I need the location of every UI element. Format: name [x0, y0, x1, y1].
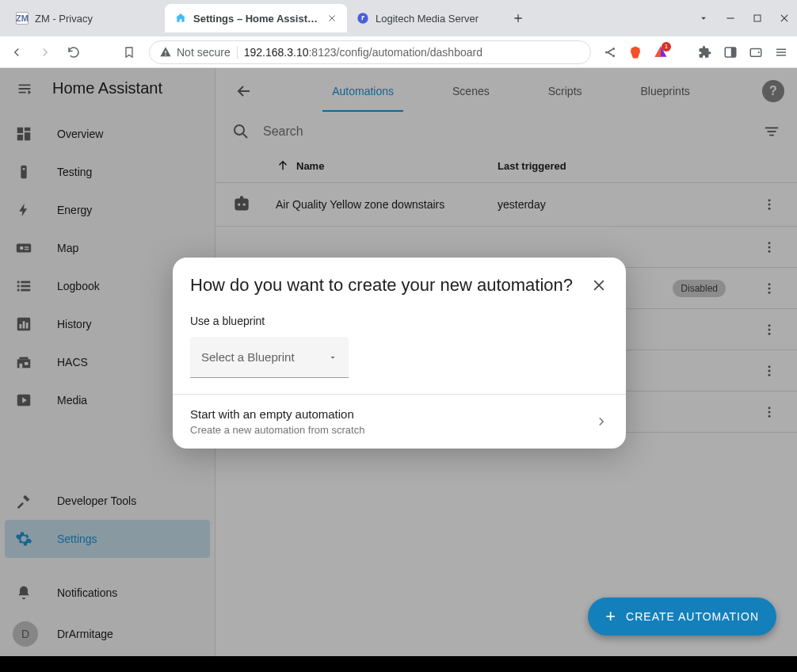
svg-rect-20 [25, 246, 29, 247]
tab-scenes[interactable]: Scenes [443, 71, 499, 112]
robot-icon [231, 194, 276, 215]
table-row[interactable]: Air Quality Yellow zone downstairs yeste… [215, 183, 797, 227]
svg-point-52 [768, 324, 771, 326]
svg-rect-13 [17, 128, 23, 133]
sidebar-item-developer-tools[interactable]: Developer Tools [0, 482, 215, 520]
svg-point-42 [243, 203, 246, 205]
plus-icon: + [605, 606, 616, 627]
svg-rect-33 [20, 357, 29, 360]
svg-point-57 [768, 373, 771, 376]
sidepanel-icon[interactable] [723, 44, 738, 60]
sidebar-user[interactable]: D DrArmitage [0, 612, 215, 656]
brave-rewards-icon[interactable]: 1 [653, 44, 669, 60]
sidebar-header: Home Assistant [0, 68, 215, 109]
window-close-icon[interactable] [778, 12, 791, 25]
help-button[interactable]: ? [762, 80, 784, 102]
svg-rect-25 [21, 285, 30, 288]
chevron-right-icon [594, 414, 608, 429]
sidebar-item-settings[interactable]: Settings [5, 520, 210, 558]
tab-automations[interactable]: Automations [322, 71, 403, 112]
tab-search-icon[interactable] [697, 12, 710, 25]
new-tab-button[interactable] [512, 12, 524, 25]
svg-point-45 [768, 208, 771, 210]
svg-point-5 [612, 55, 615, 57]
extensions-icon[interactable] [697, 44, 713, 60]
row-menu-icon[interactable] [757, 405, 781, 419]
tab-close-icon[interactable] [326, 13, 337, 24]
start-empty-automation[interactable]: Start with an empty automation Create a … [173, 395, 626, 449]
svg-point-54 [768, 332, 771, 334]
row-menu-icon[interactable] [757, 197, 781, 212]
browser-menu-icon[interactable] [773, 44, 789, 60]
svg-rect-31 [26, 323, 29, 328]
sidebar-item-notifications[interactable]: Notifications [0, 574, 215, 612]
sidebar-item-label: Developer Tools [57, 494, 136, 507]
homeassistant-favicon [174, 12, 187, 25]
column-last-header[interactable]: Last triggered [498, 160, 781, 172]
url-input[interactable]: Not secure 192.168.3.10:8123/config/auto… [149, 40, 591, 64]
svg-point-37 [235, 125, 244, 135]
dialog-title: How do you want to create your new autom… [190, 275, 573, 296]
sidebar-item-energy[interactable]: Energy [0, 191, 215, 229]
hacs-icon [14, 353, 33, 372]
nav-reload-icon[interactable] [65, 44, 82, 61]
sidebar-item-label: Logbook [57, 280, 100, 292]
sidebar-item-label: HACS [57, 356, 88, 368]
svg-point-3 [605, 51, 608, 53]
browser-tab-0[interactable]: ZM ZM - Privacy [6, 4, 165, 32]
row-menu-icon[interactable] [757, 364, 781, 378]
browser-tab-2[interactable]: Logitech Media Server [347, 4, 505, 32]
not-secure-icon [159, 46, 172, 59]
svg-point-19 [20, 246, 24, 250]
row-menu-icon[interactable] [757, 323, 781, 337]
tab-scripts[interactable]: Scripts [539, 71, 592, 112]
zm-favicon: ZM [16, 12, 29, 25]
blueprint-select[interactable]: Select a Blueprint [190, 337, 349, 378]
svg-rect-26 [17, 289, 20, 292]
sidebar-item-testing[interactable]: Testing [0, 153, 215, 191]
svg-rect-34 [20, 364, 23, 368]
sidebar-item-overview[interactable]: Overview [0, 115, 215, 153]
svg-point-43 [768, 199, 771, 201]
svg-rect-14 [25, 128, 30, 132]
brave-icon[interactable] [627, 44, 643, 60]
window-maximize-icon[interactable] [751, 12, 764, 25]
new-automation-dialog: How do you want to create your new autom… [173, 258, 626, 449]
svg-rect-39 [768, 131, 776, 132]
user-name: DrArmitage [57, 628, 113, 640]
search-icon [231, 122, 250, 141]
chart-icon [14, 315, 33, 334]
svg-point-46 [768, 242, 771, 244]
back-button[interactable] [228, 75, 260, 107]
column-name-header[interactable]: Name [276, 158, 498, 173]
bell-icon [14, 583, 33, 602]
search-input[interactable] [263, 124, 762, 139]
svg-point-41 [238, 203, 240, 205]
bookmark-icon[interactable] [120, 44, 138, 61]
nav-back-icon[interactable] [8, 44, 25, 61]
tab-blueprints[interactable]: Blueprints [631, 71, 700, 112]
dialog-close-button[interactable] [589, 276, 608, 295]
browser-tab-1[interactable]: Settings – Home Assistant [165, 4, 347, 32]
automation-last-triggered: yesterday [498, 198, 757, 211]
svg-rect-22 [17, 281, 20, 284]
sidebar-collapse-icon[interactable] [16, 80, 33, 97]
svg-rect-7 [731, 48, 736, 57]
svg-point-18 [23, 168, 25, 170]
svg-point-48 [768, 250, 771, 252]
create-automation-button[interactable]: + CREATE AUTOMATION [588, 598, 776, 636]
wallet-icon[interactable] [748, 44, 764, 60]
svg-rect-16 [17, 135, 23, 140]
app-title: Home Assistant [52, 79, 162, 97]
automation-name: Air Quality Yellow zone downstairs [276, 198, 498, 211]
sidebar-item-label: History [57, 318, 92, 330]
share-icon[interactable] [602, 44, 618, 60]
filter-icon[interactable] [762, 122, 781, 141]
window-minimize-icon[interactable] [724, 12, 737, 25]
svg-rect-2 [754, 15, 761, 21]
row-menu-icon[interactable] [757, 281, 781, 296]
avatar: D [13, 621, 38, 647]
row-menu-icon[interactable] [757, 240, 781, 254]
blueprint-placeholder: Select a Blueprint [201, 350, 295, 364]
svg-rect-1 [726, 17, 734, 18]
